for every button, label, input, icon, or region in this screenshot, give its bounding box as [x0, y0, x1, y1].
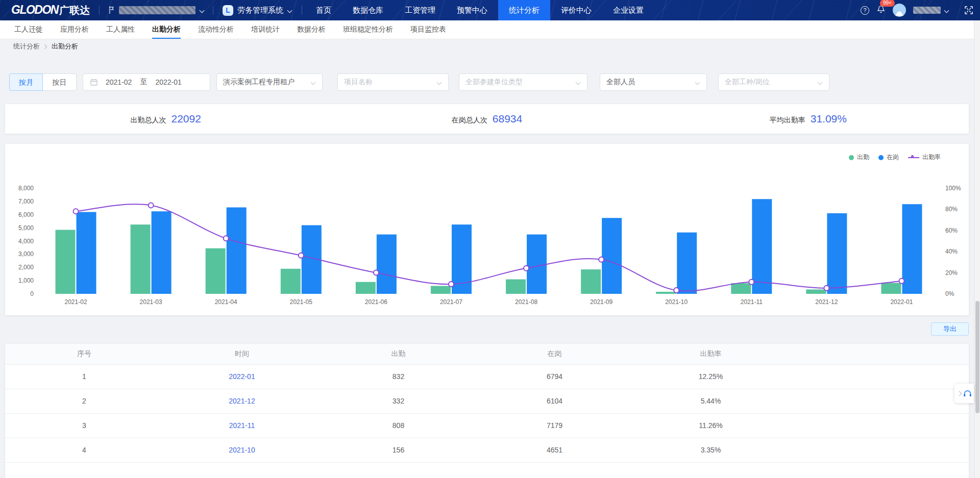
organization-selector[interactable]	[100, 6, 213, 14]
tenant-select[interactable]: 演示案例工程专用租户	[216, 73, 323, 91]
bar-onduty-2021-11[interactable]	[752, 199, 772, 294]
bar-attendance-2021-04[interactable]	[206, 248, 226, 294]
bar-attendance-2021-06[interactable]	[356, 282, 376, 294]
table-cell: 12.25%	[633, 364, 789, 389]
bar-attendance-2021-10[interactable]	[656, 292, 676, 294]
fullscreen-button[interactable]	[965, 6, 973, 14]
left-axis-label: 7,000	[18, 198, 34, 205]
user-avatar[interactable]	[893, 4, 906, 17]
x-axis-label: 2021-09	[590, 298, 612, 306]
rate-marker-2021-05[interactable]	[299, 253, 304, 258]
assistant-widget[interactable]	[954, 384, 974, 403]
tab-mobility-analysis[interactable]: 流动性分析	[198, 20, 234, 39]
legend-item[interactable]: 出勤	[849, 153, 869, 162]
by-day-button[interactable]: 按日	[43, 73, 77, 91]
bar-onduty-2021-06[interactable]	[377, 235, 397, 294]
bar-onduty-2022-01[interactable]	[902, 204, 922, 294]
table-time-link[interactable]: 2021-11	[163, 413, 321, 438]
nav-item-evaluation-center[interactable]: 评价中心	[550, 0, 602, 20]
attendance-rate-line	[76, 204, 902, 291]
tab-project-monitor-table[interactable]: 项目监控表	[410, 20, 446, 39]
bar-onduty-2021-10[interactable]	[677, 233, 697, 294]
redacted-organization-name	[119, 6, 195, 14]
bar-attendance-2021-11[interactable]	[731, 283, 751, 294]
legend-item[interactable]: 在岗	[878, 153, 899, 162]
rate-marker-2021-08[interactable]	[524, 266, 529, 271]
stat-value: 22092	[171, 113, 201, 125]
bar-attendance-2021-03[interactable]	[131, 224, 151, 294]
bar-onduty-2021-02[interactable]	[77, 212, 96, 294]
bar-onduty-2021-12[interactable]	[827, 213, 847, 294]
rate-marker-2021-04[interactable]	[224, 236, 229, 241]
table-time-link[interactable]: 2021-10	[163, 438, 321, 462]
x-axis-label: 2021-02	[65, 298, 87, 306]
bar-attendance-2021-05[interactable]	[281, 269, 301, 294]
table-header-time: 时间	[163, 344, 321, 364]
help-icon[interactable]: ?	[861, 6, 869, 15]
unit-type-select[interactable]: 全部参建单位类型	[459, 73, 587, 91]
tab-training-statistics[interactable]: 培训统计	[251, 20, 280, 39]
product-selector[interactable]: L 劳务管理系统	[213, 5, 302, 16]
rate-marker-2021-06[interactable]	[374, 270, 379, 275]
project-select[interactable]: 项目名称	[337, 73, 449, 91]
rate-marker-2021-07[interactable]	[449, 282, 454, 287]
collapse-chevron-icon	[957, 391, 962, 396]
breadcrumb-parent[interactable]: 统计分析	[13, 42, 40, 51]
nav-item-warning-center[interactable]: 预警中心	[446, 0, 498, 20]
rate-marker-2021-10[interactable]	[674, 288, 679, 293]
tab-data-analysis[interactable]: 数据分析	[297, 20, 326, 39]
nav-item-salary-management[interactable]: 工资管理	[394, 0, 446, 20]
left-axis-label: 8,000	[18, 185, 34, 192]
rate-marker-2021-02[interactable]	[74, 209, 79, 214]
table-cell: 332	[321, 389, 476, 413]
by-month-button[interactable]: 按月	[9, 73, 43, 91]
table-body: 12022-01832679412.25%22021-1233261045.44…	[5, 364, 969, 462]
nav-item-data-warehouse[interactable]: 数据仓库	[342, 0, 394, 20]
bar-onduty-2021-04[interactable]	[227, 208, 247, 294]
bar-attendance-2021-09[interactable]	[581, 269, 601, 294]
tab-team-stability-analysis[interactable]: 班组稳定性分析	[343, 20, 393, 39]
tab-worker-attributes[interactable]: 工人属性	[106, 20, 135, 39]
rate-marker-2021-03[interactable]	[149, 203, 154, 208]
bar-attendance-2021-12[interactable]	[806, 289, 826, 294]
bar-attendance-2021-08[interactable]	[506, 280, 526, 294]
legend-item[interactable]: 出勤率	[908, 153, 941, 162]
summary-stats-card: 出勤总人次 22092 在岗总人次 68934 平均出勤率 31.09%	[5, 104, 969, 134]
nav-item-statistical-analysis[interactable]: 统计分析	[498, 0, 550, 20]
bar-attendance-2021-02[interactable]	[56, 230, 76, 294]
table-cell: 5.44%	[633, 389, 789, 413]
bar-onduty-2021-03[interactable]	[152, 211, 172, 294]
tab-worker-migration[interactable]: 工人迁徙	[14, 20, 43, 39]
attendance-table: 序号时间出勤在岗出勤率 12022-01832679412.25%22021-1…	[5, 344, 969, 463]
nav-item-home[interactable]: 首页	[305, 0, 342, 20]
stat-total-attendance: 出勤总人次 22092	[5, 113, 326, 125]
trade-select[interactable]: 全部工种/岗位	[718, 73, 829, 91]
right-axis-label: 40%	[945, 248, 958, 255]
rate-marker-2021-11[interactable]	[749, 280, 754, 285]
bar-attendance-2022-01[interactable]	[881, 283, 901, 294]
tab-attendance-analysis[interactable]: 出勤分析	[152, 20, 181, 39]
rate-marker-2021-09[interactable]	[599, 257, 604, 262]
nav-item-enterprise-settings[interactable]: 企业设置	[602, 0, 654, 20]
personnel-select[interactable]: 全部人员	[600, 73, 707, 91]
bar-onduty-2021-09[interactable]	[602, 218, 622, 294]
notifications-button[interactable]: 99+	[876, 5, 886, 16]
left-axis-label: 0	[30, 290, 34, 297]
tab-application-analysis[interactable]: 应用分析	[60, 20, 89, 39]
export-button[interactable]: 导出	[931, 322, 969, 336]
page-scrollbar[interactable]	[974, 20, 980, 478]
left-axis-label: 4,000	[18, 238, 34, 245]
attendance-chart: 01,0002,0003,0004,0005,0006,0007,0008,00…	[5, 144, 969, 315]
rate-marker-2022-01[interactable]	[899, 279, 904, 284]
breadcrumb: 统计分析 出勤分析	[0, 39, 980, 50]
chevron-down-icon	[695, 80, 700, 85]
rate-marker-2021-12[interactable]	[824, 286, 829, 291]
table-time-link[interactable]: 2021-12	[163, 389, 321, 413]
user-menu[interactable]	[913, 7, 949, 14]
date-range-picker[interactable]: 2021-02 至 2022-01	[83, 73, 210, 91]
bar-attendance-2021-07[interactable]	[431, 286, 451, 294]
bar-onduty-2021-08[interactable]	[527, 235, 547, 294]
scrollbar-thumb[interactable]	[975, 301, 979, 413]
table-time-link[interactable]: 2022-01	[163, 364, 321, 389]
table-row: 22021-1233261045.44%	[5, 389, 969, 413]
